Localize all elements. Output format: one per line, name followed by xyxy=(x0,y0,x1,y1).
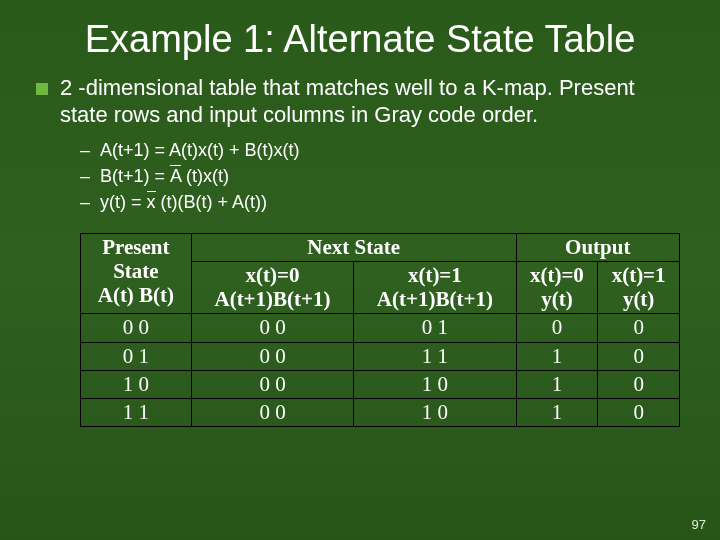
col-out-x1: x(t)=1y(t) xyxy=(598,262,680,314)
col-ns-x1: x(t)=1A(t+1)B(t+1) xyxy=(354,262,516,314)
state-table: Present State A(t) B(t) Next State Outpu… xyxy=(80,233,680,427)
page-number: 97 xyxy=(692,517,706,532)
equation-2: –B(t+1) = A (t)x(t) xyxy=(80,163,684,189)
equation-list: –A(t+1) = A(t)x(t) + B(t)x(t) –B(t+1) = … xyxy=(80,137,684,215)
overline-x: x xyxy=(147,192,156,212)
col-next-state: Next State xyxy=(191,233,516,261)
table-row: 1 10 01 010 xyxy=(81,398,680,426)
equation-3: –y(t) = x (t)(B(t) + A(t)) xyxy=(80,189,684,215)
col-present-state: Present State A(t) B(t) xyxy=(81,233,192,313)
slide-title: Example 1: Alternate State Table xyxy=(0,0,720,70)
col-output: Output xyxy=(516,233,679,261)
overline-A: A xyxy=(170,166,181,186)
col-out-x0: x(t)=0y(t) xyxy=(516,262,598,314)
bullet-icon xyxy=(36,83,48,95)
table-row: 1 00 01 010 xyxy=(81,370,680,398)
bullet-text: 2 -dimensional table that matches well t… xyxy=(60,74,684,129)
table-row: 0 00 00 100 xyxy=(81,314,680,342)
equation-1: –A(t+1) = A(t)x(t) + B(t)x(t) xyxy=(80,137,684,163)
col-ns-x0: x(t)=0A(t+1)B(t+1) xyxy=(191,262,353,314)
table-row: 0 10 01 110 xyxy=(81,342,680,370)
